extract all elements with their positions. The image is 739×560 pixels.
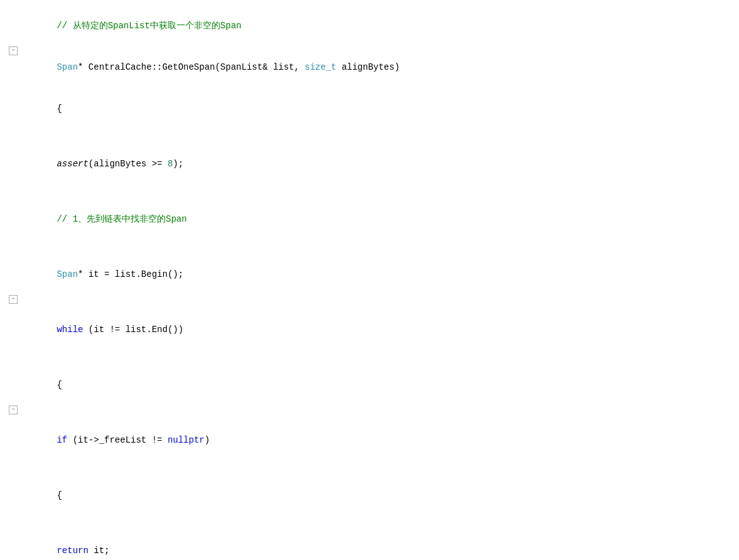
line-content-9: if (it->_freeList != nullptr) [23, 406, 739, 461]
line-content-10: { [23, 461, 739, 516]
code-line-10: { [0, 461, 739, 516]
code-line-5: // 1、先到链表中找非空的Span [0, 185, 739, 240]
gutter-9: − [0, 406, 23, 414]
code-line-1: // 从特定的SpanList中获取一个非空的Span [0, 5, 739, 46]
line-content-7: while (it != list.End()) [23, 295, 739, 350]
line-content-4: assert(alignBytes >= 8); [23, 129, 739, 185]
collapse-btn-7[interactable]: − [9, 295, 18, 304]
code-line-3: { [0, 88, 739, 129]
collapse-btn-2[interactable]: − [9, 46, 18, 55]
line-content-1: // 从特定的SpanList中获取一个非空的Span [23, 5, 739, 46]
collapse-btn-9[interactable]: − [9, 406, 18, 414]
line-content-8: { [23, 350, 739, 406]
code-line-6: Span* it = list.Begin(); [0, 240, 739, 295]
code-line-2: − Span* CentralCache::GetOneSpan(SpanLis… [0, 46, 739, 88]
line-content-6: Span* it = list.Begin(); [23, 240, 739, 295]
code-container: // 从特定的SpanList中获取一个非空的Span − Span* Cent… [0, 0, 739, 560]
code-line-11: return it; [0, 516, 739, 560]
line-content-2: Span* CentralCache::GetOneSpan(SpanList&… [23, 46, 739, 88]
line-content-5: // 1、先到链表中找非空的Span [23, 185, 739, 240]
code-line-8: { [0, 350, 739, 406]
line-content-11: return it; [23, 516, 739, 560]
code-line-9: − if (it->_freeList != nullptr) [0, 406, 739, 461]
gutter-2: − [0, 46, 23, 55]
code-line-4: assert(alignBytes >= 8); [0, 129, 739, 185]
gutter-7: − [0, 295, 23, 304]
line-content-3: { [23, 88, 739, 129]
code-line-7: − while (it != list.End()) [0, 295, 739, 350]
